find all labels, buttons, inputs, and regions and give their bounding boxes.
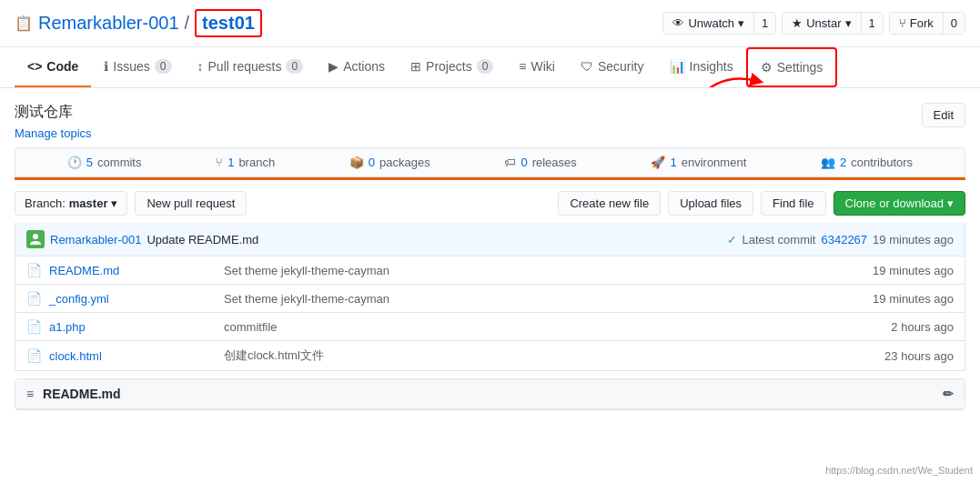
file-icon: 📄 [26,319,42,334]
check-icon: ✓ [727,233,737,247]
file-list: 📄 README.md Set theme jekyll-theme-cayma… [15,257,965,371]
upload-files-button[interactable]: Upload files [668,191,753,216]
star-icon: ★ [792,16,803,30]
new-pull-request-button[interactable]: New pull request [135,191,247,216]
branch-name: master [69,196,108,210]
svg-point-1 [33,234,38,239]
commit-author-name[interactable]: Remarkabler-001 [50,233,141,247]
tab-security[interactable]: 🛡 Security [568,47,657,87]
readme-book-icon: ≡ [26,387,34,401]
branch-icon: ⑂ [216,156,223,169]
file-icon: 📄 [26,263,42,277]
tab-projects[interactable]: ⊞ Projects 0 [398,47,506,87]
file-name-link[interactable]: clock.html [49,349,213,363]
releases-icon: 🏷 [504,156,516,169]
repo-description-area: 测试仓库 Manage topics Edit [0,88,980,147]
file-row: 📄 a1.php commitfile 2 hours ago [15,312,965,340]
insights-icon: 📊 [670,59,685,74]
file-icon: 📄 [26,291,42,306]
environments-stat[interactable]: 🚀 1 environment [651,156,746,169]
contributors-icon: 👥 [821,156,835,169]
unstar-group: ★ Unstar ▾ 1 [782,12,884,35]
commit-message: Update README.md [146,233,258,247]
file-time: 23 hours ago [844,349,954,363]
clone-or-download-button[interactable]: Clone or download ▾ [834,191,965,216]
unstar-count[interactable]: 1 [862,13,883,34]
packages-stat[interactable]: 📦 0 packages [349,156,430,169]
fork-button[interactable]: ⑂ Fork [890,13,944,34]
file-time: 19 minutes ago [844,292,954,306]
tab-insights[interactable]: 📊 Insights [657,47,746,87]
security-icon: 🛡 [581,59,593,74]
repo-title: 📋 Remarkabler-001 / test01 [15,9,262,37]
dropdown-icon: ▾ [738,16,744,30]
file-name-link[interactable]: README.md [49,264,213,277]
file-commit-msg: commitfile [213,320,844,334]
file-toolbar-right: Create new file Upload files Find file C… [558,191,965,216]
tab-settings[interactable]: ⚙ Settings [746,47,838,87]
file-name-link[interactable]: _config.yml [49,292,213,306]
file-row: 📄 _config.yml Set theme jekyll-theme-cay… [15,284,965,312]
commit-row: Remarkabler-001 Update README.md ✓ Lates… [15,223,965,257]
readme-header: ≡ README.md ✏ [15,379,965,409]
readme-edit-icon[interactable]: ✏ [943,387,954,401]
repo-nav: <> Code ℹ Issues 0 ↕ Pull requests 0 ▶ A… [0,47,980,88]
branch-dropdown-icon: ▾ [111,196,117,210]
wiki-icon: ≡ [519,59,526,74]
file-commit-msg: Set theme jekyll-theme-cayman [213,264,844,277]
commit-hash-link[interactable]: 6342267 [821,233,867,247]
commits-stat[interactable]: 🕐 5 commits [67,156,142,169]
tab-actions[interactable]: ▶ Actions [316,47,398,87]
branch-selector[interactable]: Branch: master ▾ [15,191,127,216]
code-icon: <> [27,59,42,74]
unstar-button[interactable]: ★ Unstar ▾ [783,13,861,34]
repo-actions: 👁 Unwatch ▾ 1 ★ Unstar ▾ 1 ⑂ Fork 0 [662,12,965,35]
file-name-link[interactable]: a1.php [49,320,213,334]
edit-button[interactable]: Edit [922,103,965,127]
repo-description-title: 测试仓库 [15,103,92,122]
commit-right-info: ✓ Latest commit 6342267 19 minutes ago [727,233,954,247]
readme-section: ≡ README.md ✏ [15,378,965,410]
fork-count[interactable]: 0 [944,13,965,34]
file-row: 📄 clock.html 创建clock.html文件 23 hours ago [15,340,965,370]
pr-icon: ↕ [197,59,204,74]
packages-icon: 📦 [349,156,364,169]
unwatch-count[interactable]: 1 [754,13,775,34]
orange-progress-bar [15,177,965,180]
file-row: 📄 README.md Set theme jekyll-theme-cayma… [15,257,965,284]
issues-badge: 0 [155,59,172,74]
manage-topics-link[interactable]: Manage topics [15,126,92,140]
tab-pull-requests[interactable]: ↕ Pull requests 0 [185,47,317,87]
projects-badge: 0 [477,59,494,74]
stats-bar: 🕐 5 commits ⑂ 1 branch 📦 0 packages 🏷 0 … [15,147,965,177]
tab-code[interactable]: <> Code [15,47,91,87]
clone-dropdown-icon: ▾ [947,196,954,210]
projects-icon: ⊞ [410,59,421,74]
contributors-stat[interactable]: 👥 2 contributors [821,156,913,169]
eye-icon: 👁 [672,16,684,30]
branches-stat[interactable]: ⑂ 1 branch [216,156,275,169]
settings-icon: ⚙ [761,60,773,75]
repo-owner-link[interactable]: Remarkabler-001 [38,13,179,34]
find-file-button[interactable]: Find file [761,191,826,216]
repo-separator: / [185,13,190,34]
readme-title: README.md [43,387,121,401]
environments-icon: 🚀 [651,156,665,169]
repo-header: 📋 Remarkabler-001 / test01 👁 Unwatch ▾ 1… [0,0,980,47]
file-commit-msg: 创建clock.html文件 [213,347,844,364]
repo-icon: 📋 [15,15,33,32]
dropdown-icon: ▾ [845,16,852,30]
tab-wiki[interactable]: ≡ Wiki [506,47,568,87]
avatar-icon [28,232,43,247]
unwatch-group: 👁 Unwatch ▾ 1 [662,12,776,35]
fork-group: ⑂ Fork 0 [889,12,965,35]
unwatch-button[interactable]: 👁 Unwatch ▾ [663,13,754,34]
repo-name-link[interactable]: test01 [195,9,262,37]
releases-stat[interactable]: 🏷 0 releases [504,156,576,169]
actions-icon: ▶ [328,59,338,74]
tab-issues[interactable]: ℹ Issues 0 [91,47,184,87]
branch-label: Branch: [25,196,66,210]
commit-time: 19 minutes ago [873,233,954,247]
fork-icon: ⑂ [899,16,906,30]
create-new-file-button[interactable]: Create new file [558,191,661,216]
